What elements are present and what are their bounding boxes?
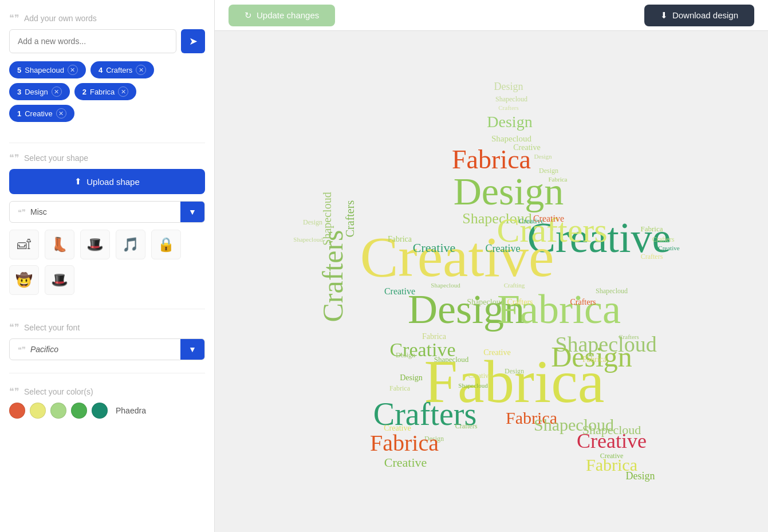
font-icon: ❝❞ bbox=[18, 345, 26, 354]
color-swatch[interactable] bbox=[30, 403, 46, 419]
word-cloud-word: Creative bbox=[468, 372, 492, 380]
update-changes-button[interactable]: ↻ Update changes bbox=[229, 5, 335, 26]
word-cloud-word: Fabrica bbox=[389, 384, 411, 392]
select-colors-label: ❝❞ Select your color(s) bbox=[9, 386, 205, 397]
word-cloud-word: Design bbox=[396, 351, 415, 359]
word-cloud-word: Creative bbox=[533, 214, 564, 223]
main-area: ↻ Update changes ⬇ Download design Desig… bbox=[215, 0, 768, 532]
word-tags-container: 5 Shapecloud ✕4 Crafters ✕3 Design ✕2 Fa… bbox=[9, 61, 205, 122]
tag-remove-icon[interactable]: ✕ bbox=[52, 86, 62, 97]
select-font-label: ❝❞ Select your font bbox=[9, 322, 205, 333]
tag-word: Fabrica bbox=[90, 88, 115, 96]
select-shape-icon: ❝❞ bbox=[9, 152, 19, 163]
word-cloud-word: Shapecloud bbox=[458, 382, 488, 389]
add-words-input-row: ➤ bbox=[9, 29, 205, 53]
word-cloud-area: DesignShapecloudCraftersDesignShapecloud… bbox=[215, 31, 768, 532]
word-cloud-word: Shapecloud bbox=[321, 192, 334, 245]
shape-section: ❝❞ Select your shape ⬆ Upload shape ❝❞ M… bbox=[9, 149, 205, 303]
color-section: ❝❞ Select your color(s) Phaedra bbox=[9, 383, 205, 419]
font-value: Pacifico bbox=[30, 345, 58, 354]
shape-icon-item[interactable]: 👢 bbox=[45, 230, 74, 259]
shape-icons-grid: 🛋👢🎩🎵🔒🤠🎩 bbox=[9, 230, 205, 295]
shape-icon-item[interactable]: 🛋 bbox=[9, 230, 39, 259]
word-tag[interactable]: 5 Shapecloud ✕ bbox=[9, 61, 86, 78]
word-tag[interactable]: 3 Design ✕ bbox=[9, 83, 70, 100]
word-tag[interactable]: 2 Fabrica ✕ bbox=[74, 83, 137, 100]
color-swatches-row: Phaedra bbox=[9, 403, 205, 419]
shape-icon-item[interactable]: 🎩 bbox=[80, 230, 110, 259]
word-cloud-word: Shapecloud bbox=[467, 298, 504, 306]
font-dropdown[interactable]: ❝❞ Pacifico ▼ bbox=[9, 338, 205, 360]
add-words-label: ❝❞ Add your own words bbox=[9, 13, 205, 23]
add-words-icon: ❝❞ bbox=[9, 13, 19, 23]
word-cloud-word: Crafters bbox=[344, 200, 356, 237]
shape-category-dropdown[interactable]: ❝❞ Misc ▼ bbox=[9, 201, 205, 223]
shape-category-arrow[interactable]: ▼ bbox=[180, 202, 204, 222]
word-cloud-word: Fabrica bbox=[370, 430, 439, 456]
divider-3 bbox=[9, 373, 205, 373]
tag-remove-icon[interactable]: ✕ bbox=[56, 108, 66, 119]
select-font-icon: ❝❞ bbox=[9, 322, 19, 333]
shape-icon-item[interactable]: 🎩 bbox=[45, 265, 74, 295]
tag-count: 2 bbox=[82, 88, 86, 96]
sidebar: ❝❞ Add your own words ➤ 5 Shapecloud ✕4 … bbox=[0, 0, 215, 532]
shape-category-icon: ❝❞ bbox=[18, 208, 26, 216]
upload-shape-button[interactable]: ⬆ Upload shape bbox=[9, 169, 205, 194]
word-cloud-word: Shapecloud bbox=[582, 423, 641, 437]
send-button[interactable]: ➤ bbox=[181, 29, 205, 53]
shape-icon-item[interactable]: 🔒 bbox=[151, 230, 181, 259]
word-cloud-word: Creative bbox=[600, 452, 624, 460]
send-icon: ➤ bbox=[189, 35, 198, 48]
word-tag[interactable]: 1 Creative ✕ bbox=[9, 105, 74, 122]
tag-count: 5 bbox=[17, 66, 21, 74]
toolbar: ↻ Update changes ⬇ Download design bbox=[215, 0, 768, 31]
word-cloud-word: Crafters bbox=[498, 104, 518, 111]
word-cloud-word: Creative bbox=[384, 455, 427, 470]
word-cloud-word: Design bbox=[454, 170, 564, 213]
color-swatch[interactable] bbox=[71, 403, 87, 419]
download-label: Download design bbox=[672, 10, 738, 20]
word-cloud-word: Crafters bbox=[455, 422, 478, 430]
font-label-area: ❝❞ Pacifico bbox=[10, 339, 180, 360]
select-shape-title: Select your shape bbox=[24, 153, 88, 163]
font-arrow[interactable]: ▼ bbox=[180, 339, 204, 360]
update-label: Update changes bbox=[257, 10, 319, 20]
word-cloud-word: Shapecloud bbox=[495, 95, 527, 103]
word-cloud-word: Fabrica bbox=[641, 224, 663, 233]
divider-2 bbox=[9, 309, 205, 309]
word-cloud-word: Creative bbox=[413, 241, 456, 255]
word-cloud-word: Crafters bbox=[652, 235, 675, 243]
add-words-section: ❝❞ Add your own words ➤ 5 Shapecloud ✕4 … bbox=[9, 9, 205, 137]
word-cloud-word: Shapecloud bbox=[491, 134, 531, 143]
word-tag[interactable]: 4 Crafters ✕ bbox=[90, 61, 154, 78]
tag-word: Shapecloud bbox=[25, 66, 64, 74]
add-words-input[interactable] bbox=[9, 29, 176, 53]
divider-1 bbox=[9, 143, 205, 143]
shape-category-label-area: ❝❞ Misc bbox=[10, 202, 180, 222]
word-cloud-word: Design bbox=[539, 167, 558, 175]
word-cloud-word: Design bbox=[494, 81, 523, 92]
word-cloud-word: Design bbox=[487, 113, 532, 131]
select-font-title: Select your font bbox=[24, 323, 80, 332]
word-cloud-word: Crafters bbox=[619, 333, 639, 340]
word-cloud-svg: DesignShapecloudCraftersDesignShapecloud… bbox=[291, 58, 692, 505]
word-cloud-word: Crafters bbox=[570, 298, 596, 306]
select-colors-icon: ❝❞ bbox=[9, 386, 19, 397]
tag-word: Crafters bbox=[106, 66, 132, 74]
color-swatch[interactable] bbox=[9, 403, 25, 419]
color-swatch[interactable] bbox=[92, 403, 108, 419]
shape-icon-item[interactable]: 🎵 bbox=[116, 230, 145, 259]
tag-remove-icon[interactable]: ✕ bbox=[136, 65, 146, 75]
select-colors-title: Select your color(s) bbox=[24, 387, 93, 396]
word-cloud-word: Shapecloud bbox=[596, 287, 628, 295]
download-design-button[interactable]: ⬇ Download design bbox=[644, 5, 754, 26]
upload-icon: ⬆ bbox=[74, 176, 82, 187]
shape-icon-item[interactable]: 🤠 bbox=[9, 265, 39, 295]
word-cloud-word: Design bbox=[505, 367, 524, 375]
color-swatch[interactable] bbox=[50, 403, 66, 419]
word-cloud-word: Fabrica bbox=[549, 176, 568, 183]
tag-count: 3 bbox=[17, 88, 21, 96]
tag-count: 4 bbox=[99, 66, 103, 74]
tag-remove-icon[interactable]: ✕ bbox=[68, 65, 78, 75]
tag-remove-icon[interactable]: ✕ bbox=[118, 86, 128, 97]
